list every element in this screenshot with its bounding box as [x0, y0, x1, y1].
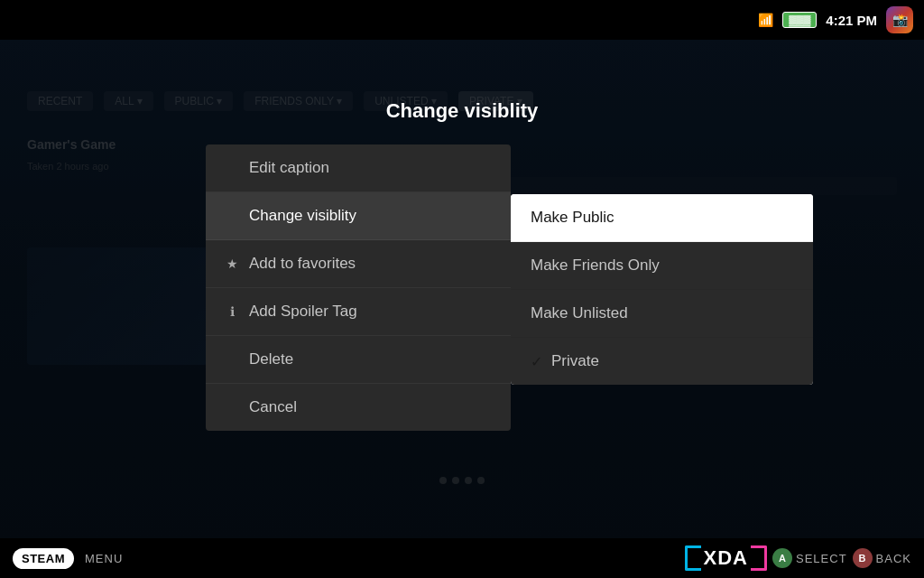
- bottom-bar: STEAM MENU XDA A SELECT B BACK: [0, 538, 924, 578]
- menu-label: MENU: [85, 552, 123, 565]
- menu-item-edit-caption-label: Edit caption: [249, 159, 329, 177]
- menu-item-cancel[interactable]: Cancel: [206, 384, 511, 431]
- xda-text: XDA: [704, 546, 748, 570]
- submenu-make-unlisted[interactable]: Make Unlisted: [511, 290, 813, 338]
- menu-item-edit-caption[interactable]: Edit caption: [206, 144, 511, 192]
- back-label: BACK: [876, 552, 911, 565]
- wifi-icon: 📶: [758, 13, 773, 27]
- make-friends-only-label: Make Friends Only: [531, 256, 660, 275]
- menu-item-add-favorites[interactable]: ★ Add to favorites: [206, 240, 511, 288]
- context-menu: Edit caption Change visiblity Make Publi…: [206, 144, 511, 431]
- menu-item-spoiler-label: Add Spoiler Tag: [249, 303, 357, 321]
- battery-indicator: ▓▓▓: [782, 12, 817, 28]
- star-icon: ★: [224, 256, 240, 271]
- menu-item-spoiler[interactable]: ℹ Add Spoiler Tag: [206, 288, 511, 336]
- xda-logo: XDA: [685, 545, 767, 571]
- steam-badge[interactable]: STEAM: [13, 548, 74, 569]
- make-public-label: Make Public: [531, 209, 614, 227]
- select-label: SELECT: [796, 552, 847, 565]
- menu-item-cancel-label: Cancel: [249, 398, 297, 416]
- private-label: Private: [551, 352, 599, 370]
- make-unlisted-label: Make Unlisted: [531, 304, 628, 322]
- submenu-private[interactable]: ✓ Private: [511, 338, 813, 385]
- dialog-title: Change visiblity: [386, 99, 539, 123]
- b-button[interactable]: B: [853, 548, 873, 568]
- xda-bracket-right: [751, 545, 767, 571]
- app-icon: 📸: [886, 6, 913, 33]
- clock: 4:21 PM: [826, 13, 877, 28]
- menu-item-delete[interactable]: Delete: [206, 336, 511, 384]
- status-bar: 📶 ▓▓▓ 4:21 PM 📸: [0, 0, 924, 40]
- back-button-group: B BACK: [853, 548, 911, 568]
- menu-item-delete-label: Delete: [249, 350, 293, 368]
- info-icon: ℹ: [224, 304, 240, 319]
- select-button-group: A SELECT: [772, 548, 847, 568]
- menu-item-add-favorites-label: Add to favorites: [249, 255, 356, 273]
- bottom-right-controls: XDA A SELECT B BACK: [685, 545, 911, 571]
- menu-item-change-visibility[interactable]: Change visiblity Make Public Make Friend…: [206, 192, 511, 240]
- submenu-make-friends-only[interactable]: Make Friends Only: [511, 242, 813, 290]
- xda-bracket-left: [685, 545, 701, 571]
- a-button[interactable]: A: [772, 548, 792, 568]
- visibility-submenu: Make Public Make Friends Only Make Unlis…: [511, 194, 813, 385]
- private-checkmark: ✓: [531, 353, 542, 370]
- menu-item-change-visibility-label: Change visiblity: [249, 207, 356, 225]
- submenu-make-public[interactable]: Make Public: [511, 194, 813, 242]
